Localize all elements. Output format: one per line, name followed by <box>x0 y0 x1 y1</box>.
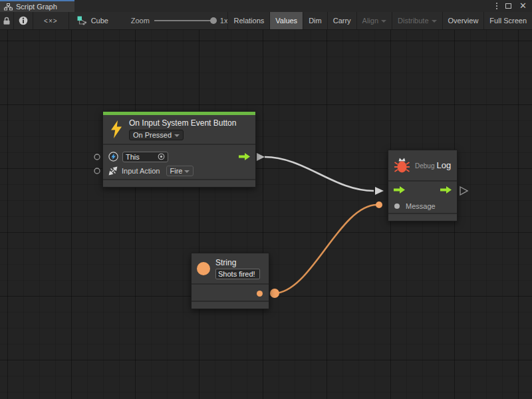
string-node[interactable]: String <box>191 253 269 309</box>
event-node[interactable]: On Input System Event Button On Pressed … <box>102 111 256 188</box>
event-action-port[interactable] <box>94 168 100 174</box>
values-label: Values <box>275 17 297 25</box>
debug-node-body: Message <box>388 180 457 213</box>
toolbar-toggle-group: Relations Values Dim Carry Align Distrib… <box>227 12 532 29</box>
graph-node-icon <box>77 16 87 25</box>
event-target-row: This <box>108 150 250 164</box>
graph-canvas[interactable]: On Input System Event Button On Pressed … <box>0 30 532 399</box>
string-node-body <box>192 283 269 301</box>
dim-label: Dim <box>309 17 322 25</box>
flow-wire-start-arrow[interactable] <box>257 153 265 161</box>
flow-wire-end-arrow[interactable] <box>375 187 384 195</box>
event-mode-dropdown[interactable]: On Pressed <box>129 130 184 140</box>
debug-node-category: Debug <box>415 162 434 170</box>
lightning-icon <box>110 120 123 138</box>
lock-button[interactable] <box>0 12 14 29</box>
event-node-header: On Input System Event Button On Pressed <box>103 115 255 144</box>
event-node-footer <box>103 179 255 187</box>
input-action-value: Fire <box>170 167 183 175</box>
info-icon <box>19 16 28 25</box>
event-flow-output-port[interactable] <box>239 153 250 160</box>
debug-flow-row <box>388 182 457 199</box>
string-type-icon <box>197 262 210 275</box>
flow-arrow-icon <box>239 153 250 160</box>
overview-button[interactable]: Overview <box>442 12 484 29</box>
event-target-port[interactable] <box>94 154 100 160</box>
event-node-body: This <box>103 144 255 179</box>
zoom-value: 1x <box>220 17 228 25</box>
debug-node-header: Debug Log <box>388 150 457 180</box>
chevron-down-icon <box>381 20 386 23</box>
dim-button[interactable]: Dim <box>303 12 327 29</box>
align-label: Align <box>362 17 378 25</box>
target-object-value: This <box>126 153 140 161</box>
event-action-row: Input Action Fire <box>108 164 250 178</box>
code-view-label: <×> <box>44 17 58 25</box>
debug-flow-output-port[interactable] <box>440 186 452 195</box>
message-label: Message <box>406 202 436 210</box>
value-wire-end-dot[interactable] <box>376 201 382 208</box>
relations-label: Relations <box>233 17 264 25</box>
flow-arrow-icon <box>394 186 405 194</box>
value-wire-start-dot[interactable] <box>270 289 279 298</box>
debug-node-footer <box>388 213 457 221</box>
debug-message-row: Message <box>388 199 457 213</box>
input-action-icon <box>108 166 118 176</box>
chevron-down-icon <box>174 134 180 137</box>
code-view-button[interactable]: <×> <box>33 12 69 29</box>
value-wire <box>274 205 377 293</box>
window-controls: ✕ <box>496 0 532 12</box>
player-input-icon <box>108 152 118 162</box>
message-input-port[interactable] <box>394 203 400 209</box>
distribute-label: Distribute <box>398 17 428 25</box>
lock-icon <box>3 17 11 25</box>
carry-label: Carry <box>333 17 351 25</box>
breadcrumb[interactable]: Cube <box>69 12 120 29</box>
distribute-button[interactable]: Distribute <box>392 12 442 29</box>
fullscreen-label: Full Screen <box>489 17 527 25</box>
input-action-label: Input Action <box>122 167 160 175</box>
debug-flow-input-port[interactable] <box>394 186 405 195</box>
values-button[interactable]: Values <box>269 12 303 29</box>
debug-node-title: Log <box>437 160 452 170</box>
string-node-title: String <box>215 258 260 267</box>
input-action-dropdown[interactable]: Fire <box>166 166 194 176</box>
titlebar: Script Graph ✕ <box>0 0 532 12</box>
close-icon[interactable]: ✕ <box>519 3 527 9</box>
event-mode-value: On Pressed <box>133 131 172 139</box>
debug-bug-icon <box>394 156 410 174</box>
flow-arrow-icon <box>440 186 452 194</box>
flow-wire <box>265 157 374 191</box>
debug-log-node[interactable]: Debug Log <box>388 150 458 221</box>
string-node-footer <box>192 301 269 309</box>
object-picker-icon[interactable] <box>158 153 165 160</box>
overview-label: Overview <box>448 17 479 25</box>
maximize-icon[interactable] <box>505 3 511 9</box>
event-node-title: On Input System Event Button <box>129 118 236 128</box>
target-object-field[interactable]: This <box>122 152 168 162</box>
align-button[interactable]: Align <box>356 12 392 29</box>
debug-flow-out-marker[interactable] <box>460 187 467 195</box>
chevron-down-icon <box>432 20 437 23</box>
chevron-down-icon <box>184 170 190 173</box>
fullscreen-button[interactable]: Full Screen <box>483 12 532 29</box>
string-node-header: String <box>192 253 269 283</box>
script-graph-window: Script Graph ✕ <×> <box>0 0 532 399</box>
graph-toolbar: <×> Cube Zoom 1x Relations Values <box>0 12 532 30</box>
zoom-label: Zoom <box>131 17 150 25</box>
zoom-slider[interactable] <box>154 20 215 21</box>
graph-hierarchy-icon <box>4 3 13 11</box>
info-button[interactable] <box>14 12 33 29</box>
string-output-port[interactable] <box>257 291 263 297</box>
breadcrumb-label: Cube <box>91 17 108 25</box>
tab-label: Script Graph <box>16 3 57 11</box>
window-menu-icon[interactable] <box>496 3 497 9</box>
tab-script-graph[interactable]: Script Graph <box>0 0 74 12</box>
zoom-control: Zoom 1x <box>120 12 228 29</box>
carry-button[interactable]: Carry <box>327 12 356 29</box>
relations-button[interactable]: Relations <box>227 12 269 29</box>
string-value-input[interactable] <box>215 269 260 279</box>
zoom-slider-handle[interactable] <box>210 17 217 24</box>
